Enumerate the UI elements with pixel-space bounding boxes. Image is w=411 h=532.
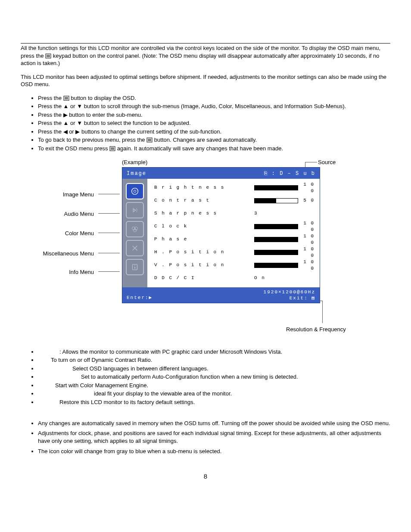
osd-row-bar	[254, 185, 298, 190]
step-4: Press the ▲ or ▼ button to select the fu…	[38, 119, 390, 127]
osd-title: Image	[127, 171, 146, 177]
step-3: Press the ▶ button to enter the sub-menu…	[38, 111, 390, 119]
step-5: Press the ◀ or ▶ buttons to change the c…	[38, 128, 390, 136]
osd-resolution: 1920×1200@60Hz	[127, 289, 315, 296]
osd-row-bar	[254, 224, 298, 229]
svg-point-17	[134, 190, 136, 193]
res-freq-label: Resolution & Frequency	[286, 326, 346, 333]
osd-row-name: H . P o s i t i o n	[154, 249, 254, 255]
sidebar-info-icon[interactable]	[126, 259, 144, 275]
menu-icon	[146, 137, 153, 143]
osd-row-value: 1 0 0	[302, 259, 314, 272]
step-1: Press the button to display the OSD.	[38, 94, 390, 102]
osd-row[interactable]: C o n t r a s t5 0	[154, 194, 314, 207]
osd-row[interactable]: V . P o s i t i o n1 0 0	[154, 259, 314, 272]
osd-row[interactable]: H . P o s i t i o n1 0 0	[154, 246, 314, 259]
osd-row-value: 5 0	[302, 197, 314, 204]
osd-row[interactable]: S h a r p n e s s3	[154, 207, 314, 220]
definition-text: To turn on or off Dynamic Contract Ratio…	[51, 357, 152, 363]
osd-row-value: 1 0 0	[302, 220, 314, 233]
example-label: (Example)	[122, 159, 156, 166]
page-number: 8	[21, 472, 390, 481]
intro-paragraph-1: All the function settings for this LCD m…	[21, 44, 390, 67]
step-7: To exit the OSD menu press again. It aut…	[38, 145, 390, 152]
sidebar-image-icon[interactable]	[126, 183, 144, 199]
step-2: Press the ▲ or ▼ button to scroll throug…	[38, 103, 390, 110]
osd-footer: Enter:▶ 1920×1200@60Hz Exit: ▤	[122, 287, 320, 303]
osd-enter-hint: Enter:▶	[127, 295, 153, 301]
osd-window: Image ⎘ : D – S u b B r i g h t n e s s1…	[122, 167, 320, 303]
definition-item: ideal fit your display to the viewable a…	[38, 390, 390, 398]
top-rule	[21, 43, 390, 44]
osd-row-value: 1 0 0	[302, 233, 314, 246]
sidebar-audio-icon[interactable]	[126, 202, 144, 218]
definition-item: Restore this LCD monitor to its factory …	[38, 398, 390, 406]
osd-row-name: B r i g h t n e s s	[154, 184, 254, 191]
osd-row-bar	[254, 250, 298, 255]
definition-item: Start with Color Management Engine.	[38, 382, 390, 389]
osd-row-bar	[254, 198, 298, 203]
osd-row-name: S h a r p n e s s	[154, 210, 254, 217]
osd-row-name: V . P o s i t i o n	[154, 262, 254, 268]
osd-row-value: O n	[254, 275, 314, 281]
definition-item: Select OSD languages in between differen…	[38, 365, 390, 373]
definition-text: Start with Color Management Engine.	[55, 382, 148, 389]
osd-sidebar	[122, 179, 147, 287]
menu-icon	[45, 53, 51, 59]
osd-row[interactable]: P h a s e1 0 0	[154, 233, 314, 246]
osd-row-value: 1 0 0	[302, 246, 314, 259]
misc-menu-label: Miscellaneous Menu	[34, 250, 94, 258]
osd-row-bar	[254, 237, 298, 242]
intro-paragraph-2: This LCD monitor has been adjusted to op…	[21, 73, 390, 88]
menu-icon	[109, 146, 115, 151]
sidebar-misc-icon[interactable]	[126, 240, 144, 256]
definition-text: Set to automatically perform Auto-Config…	[81, 373, 298, 380]
info-menu-label: Info Menu	[34, 268, 94, 276]
osd-row-name: P h a s e	[154, 236, 254, 243]
notes-list: Any changes are automatically saved in m…	[21, 420, 390, 455]
image-menu-label: Image Menu	[34, 191, 94, 199]
osd-row-name: D D C / C I	[154, 275, 254, 281]
definition-item: To turn on or off Dynamic Contract Ratio…	[38, 356, 390, 364]
note-item: Any changes are automatically saved in m…	[38, 420, 390, 427]
osd-row-value: 1 0 0	[302, 181, 314, 194]
source-label: Source	[318, 159, 336, 166]
definition-text: : Allows the monitor to communicate with…	[59, 348, 282, 355]
osd-row-value: 3	[254, 210, 314, 217]
osd-row-name: C l o c k	[154, 223, 254, 230]
audio-menu-label: Audio Menu	[34, 210, 94, 218]
osd-row[interactable]: B r i g h t n e s s1 0 0	[154, 181, 314, 194]
definition-item: Set to automatically perform Auto-Config…	[38, 373, 390, 381]
sidebar-color-icon[interactable]	[126, 221, 144, 237]
osd-row-name: C o n t r a s t	[154, 197, 254, 204]
definition-text: Restore this LCD monitor to its factory …	[59, 399, 195, 405]
osd-row[interactable]: C l o c k1 0 0	[154, 220, 314, 233]
svg-point-16	[132, 188, 138, 194]
osd-list: B r i g h t n e s s1 0 0C o n t r a s t5…	[147, 179, 320, 287]
step-6: To go back to the previous menu, press t…	[38, 136, 390, 144]
steps-list: Press the button to display the OSD. Pre…	[21, 94, 390, 152]
osd-header: Image ⎘ : D – S u b	[122, 168, 320, 179]
osd-diagram: (Example) Source Image Menu Audio Menu C…	[21, 159, 390, 335]
definition-text: Select OSD languages in between differen…	[72, 365, 209, 372]
color-menu-label: Color Menu	[34, 230, 94, 237]
note-item: The icon color will change from gray to …	[38, 448, 390, 455]
osd-exit-hint: Exit: ▤	[127, 295, 315, 302]
svg-point-23	[134, 265, 135, 266]
definition-item: : Allows the monitor to communicate with…	[38, 348, 390, 356]
intro-1b: keypad button on the control panel. (Not…	[21, 53, 380, 67]
definitions-list: : Allows the monitor to communicate with…	[21, 348, 390, 406]
osd-source: ⎘ : D – S u b	[264, 170, 315, 177]
osd-row[interactable]: D D C / C IO n	[154, 272, 314, 285]
definition-text: ideal fit your display to the viewable a…	[94, 390, 232, 397]
menu-icon	[63, 96, 69, 101]
note-item: Adjustments for clock, phase, and positi…	[38, 429, 390, 445]
osd-row-bar	[254, 263, 298, 268]
